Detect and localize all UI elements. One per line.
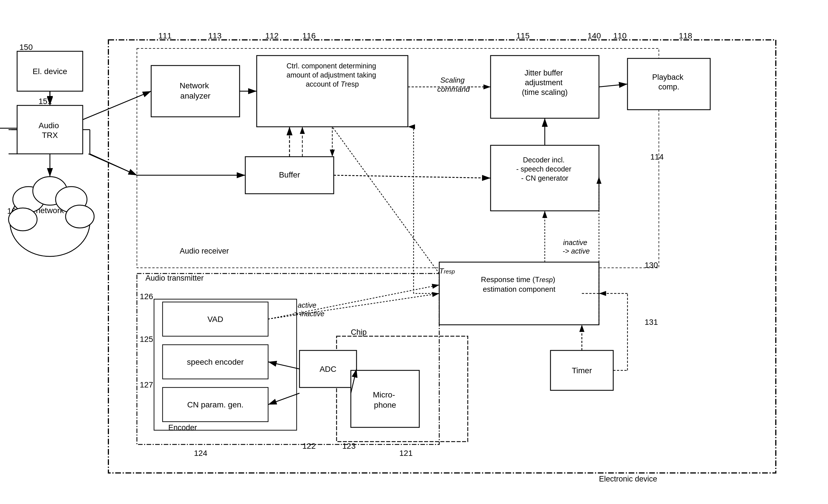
ref-122: 122 <box>302 442 316 450</box>
ref-131: 131 <box>645 318 658 326</box>
ref-113: 113 <box>208 31 221 40</box>
svg-line-34 <box>332 127 439 274</box>
encoder-label: Encoder <box>168 423 197 432</box>
buffer-label: Buffer <box>279 170 300 179</box>
ref-121: 121 <box>399 449 413 458</box>
chip-label: Chip <box>351 328 367 336</box>
ref-115: 115 <box>516 31 530 40</box>
svg-rect-15 <box>439 262 599 325</box>
svg-line-40 <box>268 362 299 369</box>
svg-line-25 <box>83 91 151 120</box>
svg-line-42 <box>268 393 299 405</box>
ref-140: 140 <box>587 31 601 40</box>
adc-label: ADC <box>320 365 336 373</box>
svg-point-50 <box>66 205 94 228</box>
svg-line-61 <box>268 285 439 319</box>
diagram: 150 151 160 111 113 112 116 115 140 110 … <box>0 0 828 504</box>
ref-123: 123 <box>342 442 356 450</box>
speech-encoder-label: speech encoder <box>187 358 244 366</box>
ref-118: 118 <box>679 31 692 40</box>
inactive-active-label: inactive -> active <box>563 238 589 255</box>
jitter-buffer-label: Jitter buffer adjustment (time scaling) <box>522 68 568 97</box>
svg-line-29 <box>334 175 491 178</box>
ref-110: 110 <box>613 31 627 40</box>
ref-124: 124 <box>194 449 207 458</box>
ref-112: 112 <box>265 31 279 40</box>
svg-line-31 <box>599 84 627 87</box>
audio-receiver-label: Audio receiver <box>180 247 229 255</box>
ref-116: 116 <box>302 31 316 40</box>
electronic-device-label: Electronic device <box>599 475 657 483</box>
scaling-command-label: Scaling command <box>437 76 470 93</box>
cn-param-label: CN param. gen. <box>187 400 244 409</box>
svg-rect-12 <box>491 55 599 118</box>
ref-125: 125 <box>140 335 153 343</box>
ref-111: 111 <box>158 31 172 40</box>
svg-rect-9 <box>151 65 240 117</box>
el-device-label: El. device <box>33 67 67 76</box>
ref-127: 127 <box>140 380 153 389</box>
svg-point-51 <box>8 208 37 231</box>
ref-114: 114 <box>650 152 664 161</box>
vad-label: VAD <box>207 315 223 324</box>
ref-150: 150 <box>19 43 33 52</box>
svg-line-55 <box>90 154 137 175</box>
decoder-label: Decoder incl. - speech decoder - CN gene… <box>516 156 573 182</box>
timer-label: Timer <box>572 366 592 375</box>
audio-transmitter-label: Audio transmitter <box>146 274 204 282</box>
ref-130: 130 <box>645 261 658 270</box>
ref-126: 126 <box>140 292 153 301</box>
